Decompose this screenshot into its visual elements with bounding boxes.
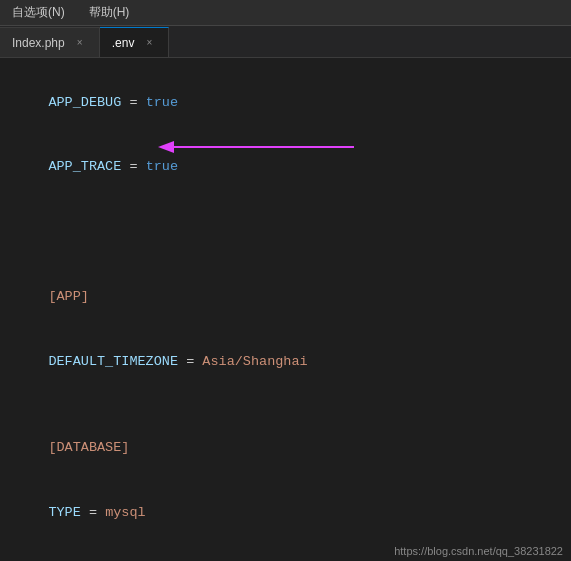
- tab-dotenv[interactable]: .env ×: [100, 27, 170, 57]
- empty-line-2: [16, 394, 555, 416]
- line-app-debug: APP_DEBUG = true: [16, 70, 555, 135]
- line-app-trace: APP_TRACE = true: [16, 135, 555, 243]
- tab-index-php[interactable]: Index.php ×: [0, 27, 100, 57]
- tab-close-dotenv[interactable]: ×: [142, 36, 156, 50]
- line-default-timezone: DEFAULT_TIMEZONE = Asia/Shanghai: [16, 329, 555, 394]
- editor-area: APP_DEBUG = true APP_TRACE = true [APP] …: [0, 58, 571, 549]
- menu-item-help[interactable]: 帮助(H): [85, 2, 134, 23]
- line-section-app: [APP]: [16, 264, 555, 329]
- arrow-indicator: [164, 138, 364, 156]
- line-section-database: [DATABASE]: [16, 416, 555, 481]
- tab-close-index-php[interactable]: ×: [73, 36, 87, 50]
- menubar: 自选项(N) 帮助(H): [0, 0, 571, 26]
- line-type: TYPE = mysql: [16, 480, 555, 545]
- menu-item-options[interactable]: 自选项(N): [8, 2, 69, 23]
- empty-line-1: [16, 243, 555, 265]
- arrow-svg: [164, 138, 364, 156]
- tab-label-index-php: Index.php: [12, 36, 65, 50]
- tab-label-dotenv: .env: [112, 36, 135, 50]
- status-url: https://blog.csdn.net/qq_38231822: [394, 545, 563, 557]
- status-bar: https://blog.csdn.net/qq_38231822: [0, 541, 571, 561]
- tab-bar: Index.php × .env ×: [0, 26, 571, 58]
